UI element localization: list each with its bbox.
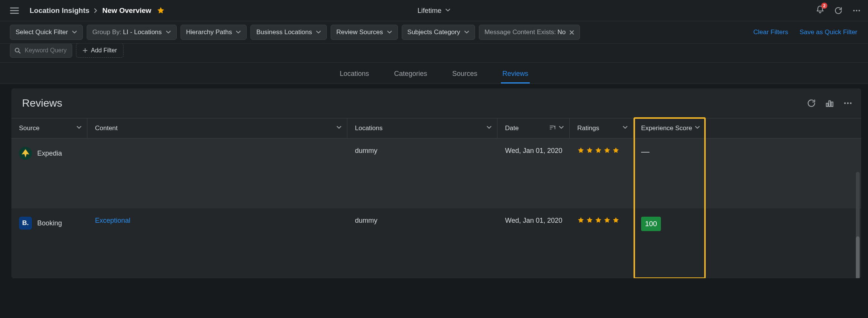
subjects-category-chip[interactable]: Subjects Category (402, 25, 475, 40)
panel-refresh-button[interactable] (806, 98, 816, 108)
breadcrumb-current: New Overview (102, 6, 151, 15)
notifications-button[interactable]: 2 (816, 5, 825, 16)
clear-filters-link[interactable]: Clear Filters (753, 28, 788, 36)
source-name: Booking (37, 219, 62, 227)
cell-content (87, 139, 347, 208)
chevron-down-icon (445, 7, 451, 15)
tab-locations[interactable]: Locations (338, 65, 371, 83)
tab-sources[interactable]: Sources (451, 65, 479, 83)
tab-categories[interactable]: Categories (393, 65, 429, 83)
chevron-down-icon (464, 30, 469, 35)
review-content-link[interactable]: Exceptional (95, 217, 130, 225)
save-quick-filter-link[interactable]: Save as Quick Filter (800, 28, 857, 36)
search-icon (14, 47, 21, 54)
chevron-down-icon (76, 124, 82, 132)
chevron-down-icon (387, 30, 392, 35)
group-by-prefix: Group By: (92, 28, 122, 36)
hierarchy-label: Hierarchy Paths (186, 28, 232, 36)
cell-experience: 100 (634, 208, 706, 278)
cell-source: B.Booking (11, 208, 87, 278)
breadcrumb-root[interactable]: Location Insights (30, 6, 89, 15)
table-row[interactable]: B.BookingExceptionaldummyWed, Jan 01, 20… (11, 208, 861, 278)
chevron-down-icon (236, 30, 241, 35)
experience-empty: — (641, 147, 649, 157)
chevron-down-icon (486, 124, 492, 132)
location-value: dummy (355, 147, 377, 155)
scrollbar-thumb[interactable] (856, 236, 860, 278)
experience-score-pill: 100 (641, 217, 661, 231)
tab-reviews[interactable]: Reviews (501, 65, 530, 83)
cell-location: dummy (347, 208, 497, 278)
scrollbar-track[interactable] (856, 172, 860, 278)
th-experience-label: Experience Score (641, 124, 695, 132)
refresh-button[interactable] (834, 6, 843, 15)
hamburger-menu-icon[interactable] (9, 5, 20, 16)
th-locations[interactable]: Locations (347, 118, 497, 138)
cell-content: Exceptional (87, 208, 347, 278)
chevron-down-icon (166, 30, 171, 35)
th-spacer (706, 118, 861, 138)
message-content-chip[interactable]: Message Content Exists: No (479, 25, 580, 40)
cell-date: Wed, Jan 01, 2020 (497, 208, 570, 278)
review-sources-label: Review Sources (336, 28, 383, 36)
th-source-label: Source (19, 124, 76, 132)
chevron-down-icon (622, 124, 628, 132)
favorite-star-icon[interactable] (157, 6, 165, 15)
th-date[interactable]: Date (497, 118, 570, 138)
more-menu-button[interactable] (852, 6, 861, 15)
chevron-down-icon (72, 30, 77, 35)
panel-header: Reviews (11, 88, 861, 118)
cell-source: Expedia (11, 139, 87, 208)
expedia-logo-icon (19, 147, 32, 160)
date-value: Wed, Jan 01, 2020 (505, 217, 562, 225)
sub-tabs: Locations Categories Sources Reviews (0, 63, 868, 84)
source-name: Expedia (37, 150, 62, 157)
th-source[interactable]: Source (11, 118, 87, 138)
review-sources-chip[interactable]: Review Sources (331, 25, 398, 40)
business-locations-label: Business Locations (256, 28, 312, 36)
reviews-panel: Reviews Source Content Locations Date (11, 88, 861, 278)
table-header: Source Content Locations Date Ratings (11, 118, 861, 139)
booking-logo-icon: B. (19, 217, 32, 230)
th-content-label: Content (95, 124, 336, 132)
panel-chart-button[interactable] (825, 98, 835, 108)
filter-bar: Select Quick Filter Group By: LI - Locat… (0, 21, 868, 44)
date-range-picker[interactable]: Lifetime (417, 0, 450, 21)
chevron-down-icon (559, 124, 564, 132)
star-rating (577, 217, 619, 224)
business-locations-chip[interactable]: Business Locations (250, 25, 326, 40)
quick-filter-chip[interactable]: Select Quick Filter (10, 25, 83, 40)
panel-title: Reviews (22, 97, 62, 109)
panel-more-button[interactable] (843, 98, 853, 108)
table-row[interactable]: ExpediadummyWed, Jan 01, 2020— (11, 139, 861, 208)
star-rating (577, 147, 619, 154)
hierarchy-paths-chip[interactable]: Hierarchy Paths (181, 25, 247, 40)
group-by-value: LI - Locations (123, 28, 162, 36)
cell-ratings (570, 139, 634, 208)
th-ratings-label: Ratings (577, 124, 622, 132)
cell-ratings (570, 208, 634, 278)
message-content-value: No (558, 28, 566, 36)
close-icon[interactable] (569, 30, 574, 35)
top-bar: Location Insights New Overview Lifetime … (0, 0, 868, 21)
date-range-label: Lifetime (417, 7, 441, 15)
notification-badge: 2 (821, 3, 827, 9)
chevron-down-icon (336, 124, 342, 132)
chevron-right-icon (93, 8, 98, 13)
sort-desc-icon (549, 124, 559, 133)
group-by-chip[interactable]: Group By: LI - Locations (87, 25, 177, 40)
th-content[interactable]: Content (87, 118, 347, 138)
th-experience-score[interactable]: Experience Score (634, 118, 706, 138)
cell-date: Wed, Jan 01, 2020 (497, 139, 570, 208)
add-filter-button[interactable]: Add Filter (76, 43, 123, 58)
th-ratings[interactable]: Ratings (570, 118, 634, 138)
add-filter-label: Add Filter (91, 47, 117, 54)
keyword-query-input[interactable]: Keyword Query (10, 43, 72, 58)
message-content-prefix: Message Content Exists: (485, 28, 556, 36)
th-locations-label: Locations (355, 124, 486, 132)
date-value: Wed, Jan 01, 2020 (505, 147, 562, 155)
subjects-category-label: Subjects Category (407, 28, 460, 36)
plus-icon (82, 48, 88, 53)
th-date-label: Date (505, 124, 549, 132)
chevron-down-icon (695, 124, 700, 132)
